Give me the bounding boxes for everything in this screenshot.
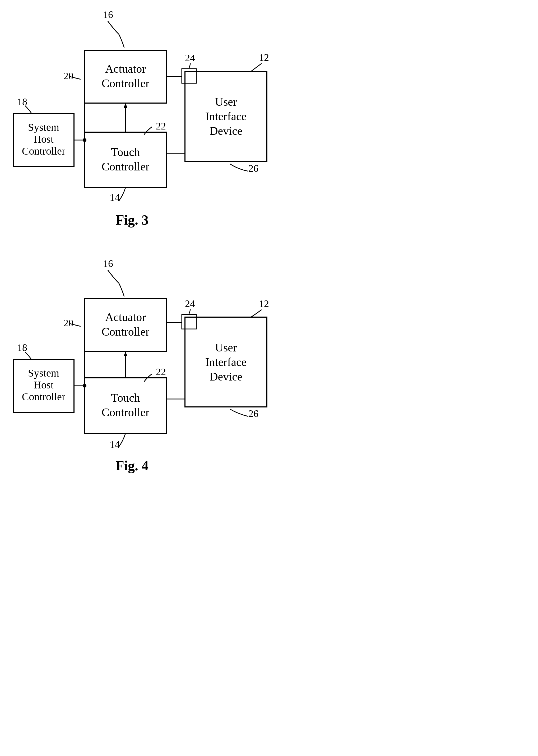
fig3-touch-label1: Touch — [111, 145, 140, 159]
fig3-ref18: 18 — [17, 96, 27, 107]
fig3-arrow-up — [124, 103, 127, 108]
page-container: 16 Actuator Controller Touch Controller … — [0, 0, 538, 756]
fig4-touch-label2: Controller — [102, 406, 149, 419]
fig3-uid-label3: Device — [210, 125, 242, 137]
fig4-shc-label1: System — [28, 367, 59, 379]
fig3-actuator-box — [84, 50, 167, 103]
fig3-actuator-label1: Actuator — [105, 62, 146, 75]
fig3-title: Fig. 3 — [116, 212, 148, 228]
fig4-title: Fig. 4 — [116, 458, 148, 473]
fig4-touch-box — [84, 378, 167, 433]
fig3-shc-label2: Host — [33, 133, 54, 145]
fig3-ref26: 26 — [248, 163, 258, 174]
fig4-shc-label2: Host — [33, 379, 54, 391]
fig3-ref14: 14 — [110, 192, 120, 203]
fig3-uid-label2: Interface — [205, 110, 246, 123]
fig4-actuator-label2: Controller — [102, 325, 149, 338]
fig4-actuator-label1: Actuator — [105, 311, 146, 324]
fig4-arrow-up — [124, 351, 127, 356]
fig4-uid-label2: Interface — [205, 356, 246, 369]
fig3-uid-label1: User — [215, 95, 237, 108]
fig4-shc-label3: Controller — [22, 391, 65, 403]
fig3-touch-label2: Controller — [102, 160, 149, 173]
fig3-ref24: 24 — [185, 52, 195, 63]
fig4-ref12: 12 — [259, 298, 269, 309]
fig4-uid-label1: User — [215, 341, 237, 354]
fig3-ref16: 16 — [103, 9, 113, 20]
fig3-shc-label3: Controller — [22, 145, 65, 157]
fig3-shc-label1: System — [28, 121, 59, 133]
fig4-touch-label1: Touch — [111, 391, 140, 404]
fig3-actuator-label2: Controller — [102, 77, 149, 90]
fig4-actuator-box — [84, 298, 167, 351]
fig4-ref18: 18 — [17, 342, 27, 353]
fig3-touch-box — [84, 132, 167, 188]
fig4-ref16: 16 — [103, 258, 113, 269]
fig3-ref22: 22 — [156, 121, 166, 132]
fig4-ref20: 20 — [63, 317, 74, 328]
fig4-ref24: 24 — [185, 298, 195, 309]
fig4-uid-label3: Device — [210, 370, 242, 383]
fig4-ref14: 14 — [110, 439, 120, 450]
fig3-ref20: 20 — [63, 70, 74, 81]
fig3-ref12: 12 — [259, 52, 269, 63]
fig4-ref26: 26 — [248, 408, 258, 419]
fig4-ref22: 22 — [156, 366, 166, 377]
